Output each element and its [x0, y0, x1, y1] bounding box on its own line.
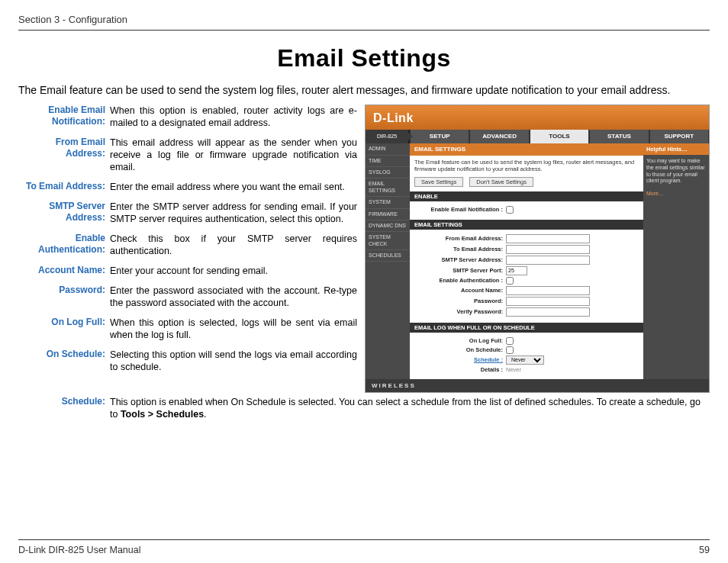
label-enable-notif: Enable Email Notification : [414, 206, 506, 213]
def-label: To Email Address: [18, 181, 110, 193]
def-label: On Log Full: [18, 317, 110, 341]
tab-advanced[interactable]: ADVANCED [469, 130, 529, 143]
intro-paragraph: The Email feature can be used to send th… [18, 83, 710, 97]
label-on-log-full: On Log Full: [414, 337, 506, 344]
def-label-schedule: Schedule: [18, 396, 110, 420]
input-account[interactable] [506, 286, 590, 295]
content-heading: EMAIL SETTINGS [410, 143, 643, 156]
label-details: Details : [414, 366, 506, 373]
input-smtp-addr[interactable] [506, 256, 590, 265]
input-to[interactable] [506, 245, 590, 254]
def-body: When this option is selected, logs will … [110, 317, 357, 341]
section-email-log: EMAIL LOG WHEN FULL OR ON SCHEDULE [410, 323, 643, 333]
router-content: EMAIL SETTINGS The Email feature can be … [410, 143, 643, 379]
label-verify: Verify Password: [414, 308, 506, 315]
sidebar-item-firmware[interactable]: FIRMWARE [366, 209, 410, 220]
hints-panel: Helpful Hints… You may want to make the … [643, 143, 709, 379]
def-body: Enter your account for sending email. [110, 265, 357, 277]
def-body: Enter the SMTP server address for sendin… [110, 201, 357, 225]
input-password[interactable] [506, 297, 590, 306]
checkbox-on-schedule[interactable] [506, 346, 514, 354]
checkbox-enable-auth[interactable] [506, 277, 514, 285]
section-email-settings: EMAIL SETTINGS [410, 220, 643, 230]
sidebar-item-time[interactable]: TIME [366, 156, 410, 167]
checkbox-enable-notif[interactable] [506, 206, 514, 214]
section-enable: ENABLE [410, 191, 643, 201]
label-smtp-port: SMTP Server Port: [414, 267, 506, 274]
def-label: SMTP Server Address: [18, 201, 110, 225]
hints-heading: Helpful Hints… [643, 143, 709, 155]
def-body: Check this box if your SMTP server requi… [110, 233, 357, 257]
schedule-text-bold: Tools > Schedules [121, 409, 204, 420]
hints-more-link[interactable]: More… [643, 188, 709, 200]
def-body: Enter the password associated with the a… [110, 285, 357, 309]
dlink-logo: D-Link [373, 111, 414, 125]
router-sidebar: ADMIN TIME SYSLOG EMAIL SETTINGS SYSTEM … [366, 143, 410, 379]
label-password: Password: [414, 298, 506, 304]
def-label: Enable Email Notification: [18, 105, 110, 129]
tab-support[interactable]: SUPPORT [649, 130, 709, 143]
divider [18, 30, 710, 31]
footer-manual-name: D-Link DIR-825 User Manual [18, 545, 140, 555]
router-header: D-Link [366, 105, 709, 130]
tab-status[interactable]: STATUS [589, 130, 649, 143]
def-label: Account Name: [18, 265, 110, 277]
def-body: When this option is enabled, router acti… [110, 105, 357, 129]
sidebar-item-system-check[interactable]: SYSTEM CHECK [366, 232, 410, 250]
label-from: From Email Address: [414, 235, 506, 242]
label-smtp-addr: SMTP Server Address: [414, 256, 506, 263]
sidebar-item-system[interactable]: SYSTEM [366, 197, 410, 208]
tab-tools[interactable]: TOOLS [530, 130, 589, 143]
model-badge: DIR-825 [366, 130, 410, 143]
router-screenshot: D-Link DIR-825 SETUP ADVANCED TOOLS STAT… [365, 105, 710, 393]
router-tab-bar: DIR-825 SETUP ADVANCED TOOLS STATUS SUPP… [366, 130, 709, 143]
label-schedule[interactable]: Schedule : [474, 356, 503, 363]
input-from[interactable] [506, 234, 590, 243]
label-on-schedule: On Schedule: [414, 346, 506, 353]
checkbox-on-log-full[interactable] [506, 337, 514, 345]
def-body: Enter the email address where you want t… [110, 181, 357, 193]
sidebar-item-ddns[interactable]: DYNAMIC DNS [366, 220, 410, 232]
def-label: Password: [18, 285, 110, 309]
input-smtp-port[interactable] [506, 266, 527, 275]
def-body: Selecting this option will send the logs… [110, 349, 357, 373]
input-verify[interactable] [506, 307, 590, 317]
footer-divider [18, 539, 710, 540]
content-description: The Email feature can be used to send th… [410, 156, 643, 175]
sidebar-item-admin[interactable]: ADMIN [366, 143, 410, 155]
def-label: Enable Authentication: [18, 233, 110, 257]
footer-page-number: 59 [699, 545, 710, 555]
page-title: Email Settings [18, 44, 710, 72]
label-account: Account Name: [414, 287, 506, 294]
sidebar-item-syslog[interactable]: SYSLOG [366, 167, 410, 179]
sidebar-item-email-settings[interactable]: EMAIL SETTINGS [366, 179, 410, 197]
def-label: From Email Address: [18, 137, 110, 173]
schedule-text-suffix: . [204, 409, 206, 420]
select-schedule[interactable]: Never [506, 355, 544, 365]
save-settings-button[interactable]: Save Settings [414, 177, 463, 187]
hints-body: You may want to make the email settings … [643, 155, 709, 188]
def-label: On Schedule: [18, 349, 110, 373]
label-to: To Email Address: [414, 246, 506, 253]
sidebar-item-schedules[interactable]: SCHEDULES [366, 250, 410, 262]
def-body-schedule: This option is enabled when On Schedule … [110, 396, 710, 420]
section-header: Section 3 - Configuration [18, 14, 710, 25]
details-value: Never [506, 366, 521, 373]
definitions-column: Enable Email Notification:When this opti… [18, 105, 357, 393]
label-enable-auth: Enable Authentication : [414, 277, 506, 284]
router-footer: WIRELESS [366, 379, 709, 393]
def-body: This email address will appear as the se… [110, 137, 357, 173]
dont-save-button[interactable]: Don't Save Settings [469, 177, 533, 187]
tab-setup[interactable]: SETUP [410, 130, 469, 143]
